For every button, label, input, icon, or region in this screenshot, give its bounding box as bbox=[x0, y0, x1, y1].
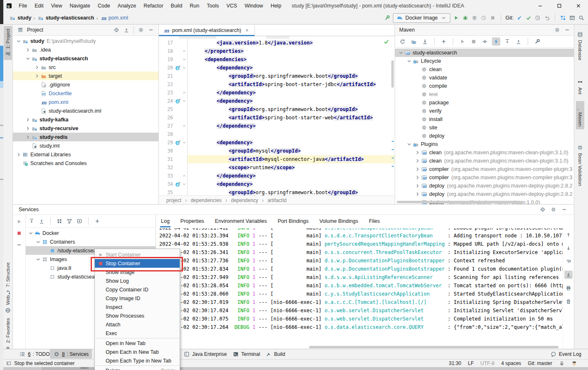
tree-row[interactable]: study-recursive bbox=[13, 124, 158, 133]
softwrap-icon[interactable] bbox=[564, 257, 573, 266]
lock-icon[interactable] bbox=[559, 360, 565, 366]
minus-icon-icon[interactable] bbox=[148, 27, 154, 33]
code-line[interactable]: 34o <dependency> bbox=[159, 180, 395, 188]
tab-volume-bindings[interactable]: Volume Bindings bbox=[319, 215, 358, 227]
tree-row[interactable]: .gitignore bbox=[13, 80, 158, 89]
toolwindow-button-java-enterprise[interactable]: JJava Enterprise bbox=[180, 349, 230, 359]
breadcrumb-item[interactable]: study-elasticsearch bbox=[37, 15, 94, 21]
fold-marker[interactable] bbox=[181, 180, 188, 188]
tree-row[interactable]: Dockerfile bbox=[13, 89, 158, 98]
tree-row[interactable]: mdeploy(org.apache.maven.plugins:maven-d… bbox=[395, 182, 575, 190]
gear-icon[interactable] bbox=[550, 206, 557, 213]
code-line[interactable]: 30 <groupId>mysql</groupId> bbox=[159, 147, 395, 155]
tree-row[interactable]: Containers bbox=[26, 237, 156, 246]
menu-item-delete-[interactable]: Delete...Delete bbox=[95, 366, 180, 370]
code-line[interactable]: 25 <groupId>org.springframework.boot</gr… bbox=[159, 105, 395, 113]
tree-row[interactable]: Scratches and Consoles bbox=[13, 159, 158, 168]
lightning-icon[interactable] bbox=[492, 37, 500, 46]
menu-item-show-processes[interactable]: Show Processes bbox=[95, 311, 180, 320]
tree-row[interactable]: clean bbox=[395, 65, 575, 74]
tree-row[interactable]: test bbox=[395, 90, 575, 99]
gutter-marker[interactable]: o bbox=[175, 181, 181, 187]
tree-chevron[interactable] bbox=[35, 257, 42, 262]
fold-marker[interactable] bbox=[181, 97, 188, 105]
event-log-button[interactable]: Event Log bbox=[547, 349, 585, 359]
menu-analyze[interactable]: Analyze bbox=[114, 3, 140, 9]
xml-breadcrumb-item[interactable]: dependencies bbox=[190, 197, 222, 203]
tree-row[interactable]: Lifecycle bbox=[395, 57, 575, 65]
minus-icon-icon[interactable] bbox=[564, 27, 571, 33]
menu-tools[interactable]: Tools bbox=[203, 3, 222, 9]
maven-m-gray-icon[interactable] bbox=[469, 37, 478, 46]
tree-chevron[interactable] bbox=[414, 158, 421, 164]
group-by-icon[interactable] bbox=[56, 218, 63, 224]
status-widget[interactable]: Git: master bbox=[528, 360, 552, 366]
close-icon[interactable] bbox=[244, 27, 250, 34]
tab-port-bindings[interactable]: Port Bindings bbox=[278, 215, 309, 227]
code-line[interactable]: 24o <dependency> bbox=[159, 97, 395, 105]
menu-item-copy-image-id[interactable]: Copy Image ID bbox=[95, 294, 180, 303]
git-check-icon[interactable] bbox=[525, 15, 532, 21]
maven-horizontal-scrollbar[interactable] bbox=[397, 201, 521, 203]
tree-row[interactable]: mcompiler(org.apache.maven.plugins:maven… bbox=[395, 173, 575, 182]
menu-run[interactable]: Run bbox=[186, 3, 203, 9]
tree-chevron[interactable] bbox=[25, 126, 31, 131]
tree-chevron[interactable] bbox=[406, 141, 413, 147]
menu-item-stop-container[interactable]: Stop Container bbox=[95, 259, 180, 268]
tree-chevron[interactable] bbox=[414, 166, 421, 172]
tree-row[interactable]: study-kafka bbox=[13, 115, 158, 124]
tab-log[interactable]: Log bbox=[161, 215, 170, 227]
breadcrumb-item[interactable]: study bbox=[9, 15, 31, 21]
hector-icon[interactable] bbox=[571, 360, 577, 366]
menu-item-exec[interactable]: Exec bbox=[95, 329, 180, 338]
bug-icon[interactable] bbox=[462, 15, 469, 21]
minus-icon-icon[interactable] bbox=[561, 206, 568, 213]
tree-chevron[interactable] bbox=[414, 191, 421, 197]
stop-red-icon[interactable] bbox=[16, 230, 22, 237]
tree-chevron[interactable] bbox=[414, 150, 421, 155]
code-line[interactable]: 26 <artifactId>spring-boot-starter-web</… bbox=[159, 113, 395, 122]
gutter-marker[interactable]: o bbox=[175, 65, 181, 71]
xml-breadcrumb-item[interactable]: dependency bbox=[231, 197, 258, 203]
run-gray-icon[interactable] bbox=[458, 37, 467, 46]
tree-chevron[interactable] bbox=[406, 58, 413, 64]
structure-blue-icon[interactable] bbox=[560, 15, 566, 21]
undo-icon[interactable] bbox=[544, 15, 550, 21]
coverage-icon[interactable] bbox=[471, 15, 478, 21]
code-line[interactable]: 31 <artifactId>mysql-connector-java</art… bbox=[159, 155, 395, 163]
menu-build[interactable]: Build bbox=[167, 3, 186, 9]
fold-marker[interactable] bbox=[181, 47, 188, 55]
code-line[interactable]: 35 <groupId>org.springframework.boot</gr… bbox=[159, 188, 395, 195]
menu-item-start-container[interactable]: Start Container bbox=[95, 250, 180, 259]
code-line[interactable]: 18 </properties> bbox=[159, 47, 395, 55]
win-min-button[interactable] bbox=[531, 0, 550, 12]
tab-properties[interactable]: Properties bbox=[180, 215, 204, 227]
tree-row[interactable]: mcompiler(org.apache.maven.plugins:maven… bbox=[395, 165, 575, 173]
menu-item-copy-container-id[interactable]: Copy Container ID bbox=[95, 285, 180, 294]
fold-marker[interactable] bbox=[181, 64, 188, 72]
wrench-green-icon[interactable] bbox=[384, 15, 390, 21]
tree-row[interactable]: study-redis bbox=[13, 133, 158, 141]
git-update-icon[interactable] bbox=[516, 15, 523, 21]
tree-row[interactable]: .idea bbox=[13, 45, 158, 54]
tree-chevron[interactable] bbox=[34, 73, 40, 79]
toolwindow-button-ant[interactable]: Ant bbox=[576, 76, 584, 97]
code-line[interactable]: 19 <dependencies> bbox=[159, 55, 395, 64]
code-area[interactable]: 17 <java.version>1.8</java.version>18 </… bbox=[159, 36, 395, 195]
tree-chevron[interactable] bbox=[27, 230, 34, 236]
menu-item-open-each-in-new-tab[interactable]: Open Each in New Tab bbox=[95, 348, 180, 356]
clock-icon-icon[interactable] bbox=[534, 15, 541, 21]
window-icon-icon[interactable] bbox=[569, 15, 576, 21]
breadcrumb-item[interactable]: mpom.xml bbox=[100, 15, 128, 21]
fold-marker[interactable] bbox=[181, 89, 188, 97]
inspections-ok-icon[interactable] bbox=[383, 38, 390, 45]
code-line[interactable]: 33 </dependency> bbox=[159, 172, 395, 180]
status-widget[interactable]: 31:30 bbox=[449, 360, 461, 366]
tree-row[interactable]: target bbox=[13, 72, 158, 80]
tree-row[interactable]: studyE:\java\0myself\study bbox=[13, 37, 158, 45]
fold-marker[interactable] bbox=[181, 55, 188, 64]
tree-row[interactable]: Plugins bbox=[395, 140, 575, 148]
code-line[interactable]: 28 bbox=[159, 130, 395, 138]
tree-chevron[interactable] bbox=[25, 56, 31, 62]
fold-marker[interactable] bbox=[181, 138, 188, 147]
